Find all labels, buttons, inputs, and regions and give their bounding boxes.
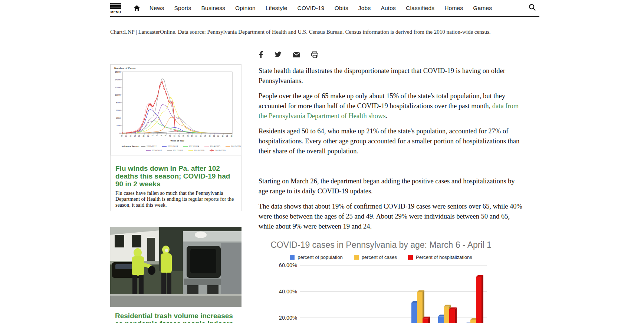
facebook-icon[interactable] <box>259 51 263 60</box>
menu-button[interactable]: MENU <box>110 2 121 14</box>
svg-text:2: 2 <box>152 135 154 136</box>
home-icon[interactable] <box>133 4 141 12</box>
svg-text:10: 10 <box>169 135 171 137</box>
svg-text:16000: 16000 <box>115 71 121 73</box>
svg-text:2000: 2000 <box>116 124 121 127</box>
svg-text:2016-2017: 2016-2017 <box>152 149 162 151</box>
chart-title: COVID-19 cases in Pennsylvania by age: M… <box>259 237 503 250</box>
svg-text:36: 36 <box>226 135 228 137</box>
svg-text:32: 32 <box>217 135 219 137</box>
svg-text:4: 4 <box>156 135 158 136</box>
twitter-icon[interactable] <box>274 51 282 59</box>
svg-text:0: 0 <box>119 132 121 134</box>
svg-text:Number of Cases: Number of Cases <box>114 67 136 70</box>
svg-text:16: 16 <box>183 135 184 137</box>
svg-text:12000: 12000 <box>115 86 121 89</box>
story2-headline[interactable]: Residential trash volume increases as pa… <box>110 308 242 323</box>
chart-source-caption: Chart:LNP | LancasterOnline. Data source… <box>110 29 518 35</box>
svg-text:2014-2015: 2014-2015 <box>210 145 220 147</box>
legend-label: percent of population <box>298 254 342 260</box>
hamburger-icon <box>110 2 121 10</box>
story-card-flu[interactable]: Number of Cases0200040006000800010000120… <box>110 64 242 211</box>
chart-legend: percent of populationpercent of casesPer… <box>259 254 503 260</box>
svg-text:14000: 14000 <box>115 79 121 81</box>
svg-text:44: 44 <box>130 135 132 137</box>
article-paragraph-3: Residents aged 50 to 64, who make up 21%… <box>259 126 524 156</box>
email-icon[interactable] <box>293 52 300 59</box>
legend-item: Percent of hospitalizations <box>408 254 472 260</box>
nav-item-sports[interactable]: Sports <box>174 5 191 11</box>
svg-text:28: 28 <box>209 135 211 137</box>
svg-text:22: 22 <box>196 135 197 137</box>
svg-text:8: 8 <box>165 135 167 136</box>
nav-item-obits[interactable]: Obits <box>335 5 348 11</box>
article-paragraph-2: People over the age of 65 make up only a… <box>259 91 524 121</box>
nav-item-covid-19[interactable]: COVID-19 <box>298 5 325 11</box>
print-icon[interactable] <box>311 51 318 60</box>
nav-item-autos[interactable]: Autos <box>381 5 396 11</box>
svg-text:24: 24 <box>200 135 202 137</box>
story-card-trash[interactable]: Residential trash volume increases as pa… <box>110 227 242 323</box>
legend-swatch <box>354 255 359 260</box>
menu-label: MENU <box>111 10 121 14</box>
legend-label: percent of cases <box>362 254 397 260</box>
nav-item-lifestyle[interactable]: Lifestyle <box>266 5 288 11</box>
svg-text:2015-2016: 2015-2016 <box>231 145 241 147</box>
svg-text:2012-2013: 2012-2013 <box>168 145 178 147</box>
svg-text:20.00%: 20.00% <box>279 315 297 321</box>
nav-item-jobs[interactable]: Jobs <box>358 5 371 11</box>
nav-item-classifieds[interactable]: Classifieds <box>406 5 434 11</box>
svg-text:42: 42 <box>125 135 127 137</box>
svg-text:52: 52 <box>147 135 149 137</box>
share-bar <box>259 51 318 60</box>
svg-text:2013-2014: 2013-2014 <box>189 145 199 147</box>
search-icon[interactable] <box>528 3 536 13</box>
svg-text:Week of Year: Week of Year <box>170 140 184 142</box>
legend-swatch <box>290 255 295 260</box>
article-paragraph-5: The data shows that about 19% of confirm… <box>259 202 524 232</box>
nav-item-business[interactable]: Business <box>201 5 226 11</box>
flu-chart-thumbnail: Number of Cases0200040006000800010000120… <box>111 64 241 156</box>
svg-text:6: 6 <box>161 135 162 136</box>
svg-text:2011-2012: 2011-2012 <box>147 145 157 147</box>
vertical-divider <box>245 52 245 323</box>
svg-text:48: 48 <box>138 135 140 137</box>
svg-text:34: 34 <box>222 135 224 137</box>
bar-chart-plot: 60.00%40.00%20.00% <box>259 262 503 323</box>
svg-text:2018-2019: 2018-2019 <box>194 149 204 151</box>
story2-photo <box>110 227 242 308</box>
nav-menu: NewsSportsBusinessOpinionLifestyleCOVID-… <box>150 5 492 11</box>
svg-text:10000: 10000 <box>115 94 121 96</box>
svg-text:30: 30 <box>213 135 215 137</box>
story1-summary: Flu cases have fallen so much that the P… <box>111 188 241 208</box>
svg-text:8000: 8000 <box>116 101 121 104</box>
nav-item-games[interactable]: Games <box>473 5 492 11</box>
legend-item: percent of population <box>290 254 342 260</box>
story1-headline[interactable]: Flu winds down in Pa. after 102 deaths t… <box>111 156 241 188</box>
svg-text:6000: 6000 <box>116 109 121 111</box>
svg-text:14: 14 <box>178 135 180 137</box>
svg-text:2019-2020: 2019-2020 <box>215 149 226 151</box>
legend-swatch <box>408 255 413 260</box>
svg-text:38: 38 <box>231 135 233 137</box>
legend-item: percent of cases <box>354 254 397 260</box>
svg-text:46: 46 <box>134 135 136 137</box>
svg-text:12: 12 <box>174 135 175 137</box>
svg-text:60.00%: 60.00% <box>279 262 297 268</box>
article-paragraph-1: State health data illustrates the dispro… <box>259 66 524 86</box>
legend-label: Percent of hospitalizations <box>416 254 472 260</box>
article-paragraph-4: Starting on March 26, the department beg… <box>259 176 524 196</box>
svg-text:40.00%: 40.00% <box>279 289 297 294</box>
svg-text:Influenza Season: Influenza Season <box>122 145 139 147</box>
nav-item-opinion[interactable]: Opinion <box>235 5 256 11</box>
svg-text:18: 18 <box>187 135 189 137</box>
svg-text:20: 20 <box>191 135 193 137</box>
svg-text:40: 40 <box>121 135 123 137</box>
nav-item-news[interactable]: News <box>150 5 164 11</box>
nav-item-homes[interactable]: Homes <box>444 5 463 11</box>
svg-text:26: 26 <box>204 135 206 137</box>
health-department-link[interactable]: data from the Pennsylvania Department of… <box>259 102 519 120</box>
covid-age-chart: COVID-19 cases in Pennsylvania by age: M… <box>259 237 503 323</box>
svg-text:2017-2018: 2017-2018 <box>173 149 183 151</box>
svg-text:50: 50 <box>143 135 145 137</box>
